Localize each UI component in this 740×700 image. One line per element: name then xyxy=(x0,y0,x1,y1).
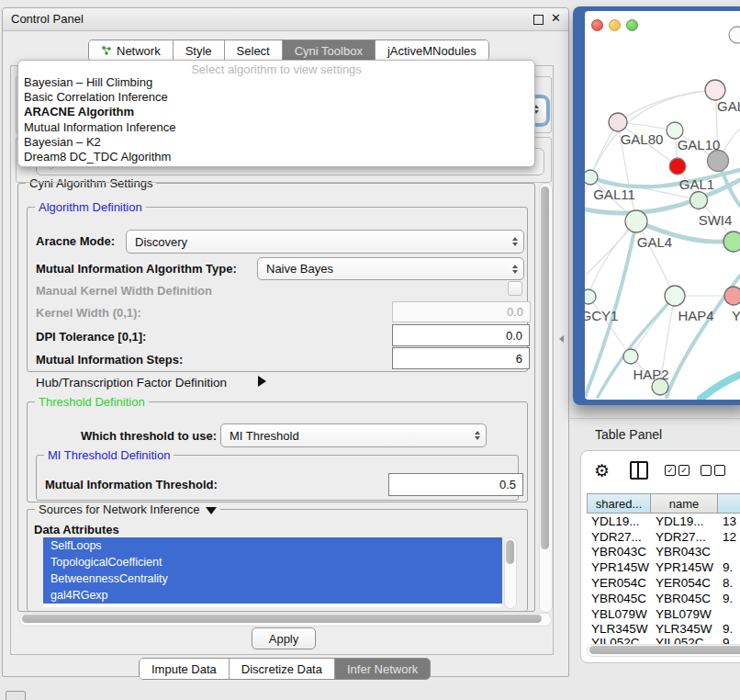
node-green-bright[interactable] xyxy=(723,231,740,252)
node-pink-strong[interactable] xyxy=(724,287,740,305)
table-row[interactable]: YPR145W YPR145W 9. xyxy=(587,559,740,575)
settings-horizontal-scrollbar[interactable] xyxy=(19,613,552,627)
sources-collapse-icon[interactable] xyxy=(206,507,217,514)
columns-icon[interactable] xyxy=(630,461,648,480)
window-minimize-button[interactable] xyxy=(609,19,621,31)
aracne-mode-combobox[interactable]: Discovery xyxy=(126,230,524,254)
dropdown-item[interactable]: Basic Correlation Inference xyxy=(18,90,534,105)
tab-impute-data[interactable]: Impute Data xyxy=(140,659,229,679)
dpi-tolerance-field[interactable]: 0.0 xyxy=(392,324,530,346)
table-horizontal-scrollbar[interactable] xyxy=(587,644,740,657)
table-row[interactable]: YDL19... YDL19... 13 xyxy=(587,514,740,529)
label-gal80: GAL80 xyxy=(621,131,664,147)
table-row[interactable]: YBR043C YBR043C xyxy=(587,545,740,560)
kernel-width-label: Kernel Width (0,1): xyxy=(36,306,141,320)
label-swi4: SWI4 xyxy=(699,212,733,228)
node-swi4[interactable] xyxy=(690,192,708,209)
label-gal-partial: GAL xyxy=(717,98,740,114)
tab-network[interactable]: Network xyxy=(89,40,173,61)
which-threshold-label: Which threshold to use: xyxy=(81,429,217,443)
column-header-partial[interactable] xyxy=(718,493,740,514)
mi-threshold-label: Mutual Information Threshold: xyxy=(45,478,218,491)
label-gal1: GAL1 xyxy=(679,176,714,192)
tab-select[interactable]: Select xyxy=(224,40,282,61)
control-panel-tabbar: Network Style Select Cyni Toolbox jActiv… xyxy=(88,40,489,62)
attribute-item-selected[interactable]: BetweennessCentrality xyxy=(43,570,502,587)
attribute-list-scrollbar[interactable] xyxy=(504,537,517,609)
settings-vertical-scrollbar[interactable] xyxy=(539,183,553,613)
cutoff-corner-button[interactable] xyxy=(6,691,26,700)
manual-kernel-checkbox[interactable] xyxy=(508,281,522,296)
table-row[interactable]: YER054C YER054C 8. xyxy=(587,575,740,591)
node-gal4[interactable] xyxy=(625,210,647,232)
label-gal4: GAL4 xyxy=(637,234,672,250)
table-row[interactable]: YBR045C YBR045C 9. xyxy=(587,591,740,606)
column-header-sharedname[interactable]: shared... xyxy=(587,493,651,514)
mi-threshold-field[interactable]: 0.5 xyxy=(388,473,523,496)
network-canvas[interactable]: GAL80 GAL10 GAL1 GAL11 SWI4 GAL4 GCY1 HA… xyxy=(585,11,740,400)
select-all-checkboxes-icon[interactable]: ✓✓ xyxy=(665,465,690,476)
tab-infer-network[interactable]: Infer Network xyxy=(334,659,430,679)
data-attributes-label: Data Attributes xyxy=(34,523,119,536)
table-toolbar: ⚙ ✓✓ xyxy=(581,451,740,490)
node-gcy1[interactable] xyxy=(585,289,596,304)
table-panel-divider xyxy=(569,418,740,419)
dropdown-item[interactable]: Dream8 DC_TDC Algorithm xyxy=(18,150,534,164)
network-graph[interactable]: GAL80 GAL10 GAL1 GAL11 SWI4 GAL4 GCY1 HA… xyxy=(585,11,740,400)
control-panel-window: Control Panel ✕ Network Style Select Cyn… xyxy=(2,7,569,677)
control-panel-titlebar[interactable]: Control Panel ✕ xyxy=(3,8,568,31)
combo-spinner-icon xyxy=(507,237,523,246)
tab-discretize-data[interactable]: Discretize Data xyxy=(229,659,334,679)
node-gal11[interactable] xyxy=(585,170,598,185)
apply-button[interactable]: Apply xyxy=(252,627,316,649)
attribute-item-selected[interactable]: TopologicalCoefficient xyxy=(43,554,502,570)
node-gal80[interactable] xyxy=(609,113,627,131)
which-threshold-combobox[interactable]: MI Threshold xyxy=(220,423,487,447)
window-close-button[interactable] xyxy=(591,19,603,31)
tab-jactivemnodules[interactable]: jActiveMNodules xyxy=(375,40,488,61)
tab-style[interactable]: Style xyxy=(173,40,224,61)
table-row[interactable]: YDR27... YDR27... 12 xyxy=(587,529,740,545)
tab-network-label: Network xyxy=(117,44,161,58)
mi-steps-field[interactable]: 6 xyxy=(392,347,530,369)
control-panel-title: Control Panel xyxy=(11,12,84,26)
threshold-definition-title: Threshold Definition xyxy=(35,395,149,409)
bottom-tabbar: Impute Data Discretize Data Infer Networ… xyxy=(139,658,431,680)
sources-title-row: Sources for Network Inference xyxy=(35,502,220,516)
label-gcy1: GCY1 xyxy=(585,308,618,323)
splitter-collapse-icon[interactable] xyxy=(559,335,564,343)
dropdown-item[interactable]: Bayesian – K2 xyxy=(18,135,534,150)
window-zoom-button[interactable] xyxy=(626,19,638,31)
node-table: shared... name YDL19... YDL19... 13 YDR2… xyxy=(587,493,740,649)
dropdown-item[interactable]: Bayesian – Hill Climbing xyxy=(18,75,534,90)
table-panel: ⚙ ✓✓ shared... name YDL19... YDL19... 13… xyxy=(580,450,740,663)
node-gal1-red[interactable] xyxy=(669,158,686,175)
column-header-name[interactable]: name xyxy=(651,493,718,514)
table-row[interactable]: YLR345W YLR345W 9. xyxy=(587,622,740,638)
node-hap4[interactable] xyxy=(665,286,685,306)
attribute-item-selected[interactable]: SelfLoops xyxy=(43,537,502,554)
close-panel-icon[interactable]: ✕ xyxy=(551,11,561,25)
node-hap2[interactable] xyxy=(623,349,638,364)
float-panel-icon[interactable] xyxy=(533,15,544,25)
node-gray[interactable] xyxy=(708,151,729,172)
aracne-mode-label: Aracne Mode: xyxy=(36,234,115,248)
kernel-width-field[interactable]: 0.0 xyxy=(392,301,531,322)
manual-kernel-label: Manual Kernel Width Definition xyxy=(36,284,212,298)
attribute-item-selected[interactable]: gal4RGexp xyxy=(43,587,502,604)
table-row[interactable]: YBL079W YBL079W xyxy=(587,606,740,622)
node-unlabeled[interactable] xyxy=(729,27,740,43)
tab-cyni-toolbox[interactable]: Cyni Toolbox xyxy=(282,40,375,61)
node-gal-partial[interactable] xyxy=(705,80,725,100)
hub-expand-icon[interactable] xyxy=(258,376,266,387)
hub-definition-label: Hub/Transcription Factor Definition xyxy=(36,376,227,390)
gear-icon[interactable]: ⚙ xyxy=(594,460,610,481)
mi-algorithm-type-combobox[interactable]: Naive Bayes xyxy=(257,257,524,280)
dropdown-item[interactable]: Mutual Information Inference xyxy=(18,120,534,135)
dpi-tolerance-label: DPI Tolerance [0,1]: xyxy=(36,330,146,344)
mi-type-label: Mutual Information Algorithm Type: xyxy=(36,262,237,276)
table-header-row: shared... name xyxy=(587,493,740,514)
screen: Control Panel ✕ Network Style Select Cyn… xyxy=(0,0,740,700)
dropdown-item-selected[interactable]: ARACNE Algorithm xyxy=(18,105,534,119)
deselect-all-checkboxes-icon[interactable] xyxy=(701,465,725,476)
